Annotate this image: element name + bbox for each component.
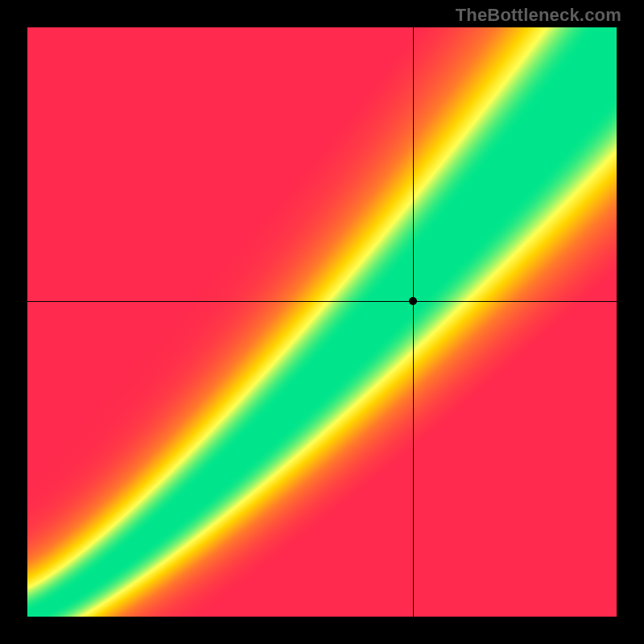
heatmap-canvas (27, 27, 617, 617)
chart-frame: TheBottleneck.com (0, 0, 644, 644)
watermark-text: TheBottleneck.com (456, 5, 621, 26)
heatmap-plot (27, 27, 617, 617)
